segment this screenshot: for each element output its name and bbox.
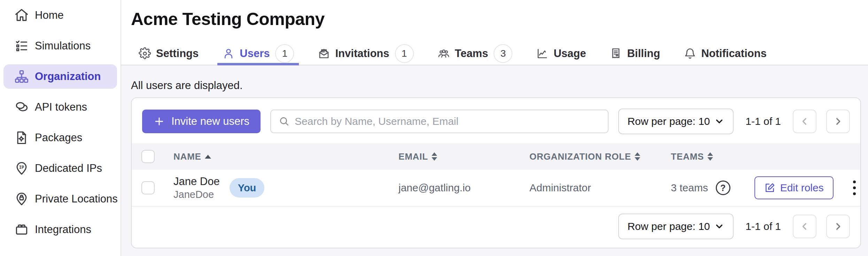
sidebar-item-integrations[interactable]: Integrations bbox=[3, 217, 117, 242]
column-header-organization-role[interactable]: ORGANIZATION ROLE bbox=[529, 151, 671, 162]
tab-invitations-count-badge: 1 bbox=[395, 44, 414, 63]
sidebar-item-api-tokens[interactable]: API tokens bbox=[3, 95, 117, 119]
rows-per-page-label: Row per page: 10 bbox=[627, 115, 710, 127]
dedicated-ips-icon: IP bbox=[14, 161, 29, 176]
sidebar-item-private-locations[interactable]: Private Locations bbox=[3, 187, 117, 211]
previous-page-button[interactable] bbox=[793, 110, 816, 133]
sidebar-item-label: Integrations bbox=[35, 223, 91, 236]
integrations-icon bbox=[14, 222, 29, 237]
chevron-down-icon bbox=[714, 116, 724, 127]
rows-per-page-select-bottom[interactable]: Row per page: 10 bbox=[618, 214, 734, 239]
next-page-button-bottom[interactable] bbox=[826, 215, 850, 238]
name-cell: Jane Doe JaneDoe You bbox=[173, 175, 398, 201]
row-actions: Edit roles bbox=[730, 176, 861, 199]
billing-icon bbox=[610, 47, 622, 60]
plus-icon bbox=[153, 115, 165, 127]
column-label: EMAIL bbox=[398, 151, 428, 162]
user-teams-count: 3 teams bbox=[671, 182, 708, 194]
pagination-range-bottom: 1-1 of 1 bbox=[745, 221, 781, 232]
page-title: Acme Testing Company bbox=[131, 9, 868, 29]
pagination-range: 1-1 of 1 bbox=[745, 115, 781, 127]
svg-text:IP: IP bbox=[19, 165, 24, 170]
chart-icon bbox=[536, 47, 549, 60]
edit-roles-button[interactable]: Edit roles bbox=[754, 176, 834, 199]
sidebar-item-label: API tokens bbox=[35, 101, 87, 113]
sidebar-item-label: Home bbox=[35, 9, 64, 22]
column-header-email[interactable]: EMAIL bbox=[398, 151, 529, 162]
tab-label: Settings bbox=[156, 47, 199, 60]
chevron-left-icon bbox=[799, 116, 810, 127]
app-window: Home Simulations Organization API tokens bbox=[0, 0, 868, 256]
tab-content: All users are displayed. Invite new user… bbox=[121, 65, 868, 256]
sidebar-item-label: Organization bbox=[35, 70, 101, 83]
users-note: All users are displayed. bbox=[131, 79, 861, 92]
users-card: Invite new users Row per page: 10 bbox=[131, 97, 861, 248]
sidebar-item-packages[interactable]: Packages bbox=[3, 126, 117, 150]
tab-label: Billing bbox=[627, 47, 660, 60]
row-checkbox[interactable] bbox=[141, 181, 155, 194]
main-area: Acme Testing Company Settings Users 1 bbox=[121, 0, 868, 256]
search-box bbox=[270, 110, 609, 133]
packages-icon bbox=[14, 130, 29, 145]
tab-notifications[interactable]: Notifications bbox=[676, 42, 774, 65]
tab-users-count-badge: 1 bbox=[275, 44, 294, 63]
bell-icon bbox=[684, 47, 696, 60]
sidebar-item-organization[interactable]: Organization bbox=[3, 64, 117, 89]
column-label: NAME bbox=[173, 151, 201, 162]
sidebar-item-dedicated-ips[interactable]: IP Dedicated IPs bbox=[3, 156, 117, 181]
tab-label: Users bbox=[240, 47, 270, 60]
table-footer: Row per page: 10 1-1 of 1 bbox=[132, 207, 860, 248]
tab-invitations[interactable]: Invitations 1 bbox=[310, 42, 421, 65]
table-row: Jane Doe JaneDoe You jane@gatling.io Adm… bbox=[132, 170, 860, 207]
sidebar-item-label: Packages bbox=[35, 131, 82, 144]
invite-new-users-button[interactable]: Invite new users bbox=[142, 110, 261, 133]
private-locations-icon bbox=[14, 191, 29, 207]
invite-button-label: Invite new users bbox=[171, 115, 249, 128]
edit-roles-label: Edit roles bbox=[780, 182, 824, 194]
user-full-name: Jane Doe bbox=[173, 175, 220, 188]
help-icon[interactable]: ? bbox=[716, 181, 730, 195]
sidebar: Home Simulations Organization API tokens bbox=[0, 0, 121, 256]
you-badge: You bbox=[230, 178, 265, 198]
teams-cell: 3 teams ? bbox=[671, 181, 730, 195]
search-input[interactable] bbox=[295, 115, 600, 127]
column-header-teams[interactable]: TEAMS bbox=[671, 151, 713, 162]
chevron-right-icon bbox=[832, 116, 844, 127]
tab-label: Teams bbox=[455, 47, 488, 60]
previous-page-button-bottom[interactable] bbox=[793, 215, 816, 238]
next-page-button[interactable] bbox=[826, 110, 850, 133]
sidebar-item-label: Simulations bbox=[35, 40, 91, 52]
tab-label: Usage bbox=[553, 47, 586, 60]
row-menu-kebab-icon[interactable] bbox=[847, 177, 861, 198]
chevron-down-icon bbox=[714, 221, 724, 232]
rows-per-page-select[interactable]: Row per page: 10 bbox=[618, 109, 734, 134]
sort-icon bbox=[635, 152, 640, 161]
sidebar-item-home[interactable]: Home bbox=[3, 3, 117, 27]
tabs-bar: Settings Users 1 Invitations 1 bbox=[121, 42, 868, 65]
sidebar-item-label: Dedicated IPs bbox=[35, 162, 102, 175]
api-tokens-icon bbox=[14, 99, 29, 115]
sidebar-item-simulations[interactable]: Simulations bbox=[3, 34, 117, 58]
tab-billing[interactable]: Billing bbox=[602, 42, 668, 65]
tab-teams-count-badge: 3 bbox=[494, 44, 512, 63]
chevron-left-icon bbox=[799, 221, 810, 232]
column-header-name[interactable]: NAME bbox=[173, 151, 398, 162]
tab-usage[interactable]: Usage bbox=[528, 42, 594, 65]
invitation-icon bbox=[318, 47, 330, 60]
chevron-right-icon bbox=[832, 221, 844, 232]
user-username: JaneDoe bbox=[173, 188, 220, 201]
select-all-checkbox[interactable] bbox=[141, 150, 155, 163]
users-toolbar: Invite new users Row per page: 10 bbox=[132, 98, 860, 143]
column-label: ORGANIZATION ROLE bbox=[529, 151, 631, 162]
sort-ascending-icon bbox=[205, 155, 211, 159]
tab-teams[interactable]: Teams 3 bbox=[430, 42, 520, 65]
user-email: jane@gatling.io bbox=[398, 182, 529, 194]
gear-icon bbox=[139, 47, 151, 60]
tab-settings[interactable]: Settings bbox=[131, 42, 206, 65]
simulations-icon bbox=[14, 38, 29, 54]
teams-icon bbox=[437, 47, 450, 60]
sort-icon bbox=[707, 152, 713, 161]
tab-users[interactable]: Users 1 bbox=[215, 42, 302, 65]
table-header: NAME EMAIL ORGANIZATION ROLE TEAMS bbox=[132, 143, 860, 170]
user-organization-role: Administrator bbox=[529, 182, 671, 194]
